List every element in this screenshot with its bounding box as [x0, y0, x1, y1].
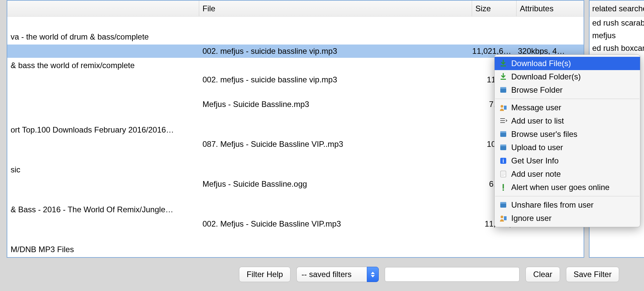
context-menu-item-label: Browse user's files — [511, 130, 577, 139]
context-menu-item-message-user[interactable]: Message user — [495, 101, 640, 114]
context-menu-item-label: Unshare files from user — [511, 200, 594, 210]
list-icon — [499, 117, 507, 125]
folder-icon — [499, 201, 507, 209]
context-menu-item-label: Alert when user goes online — [511, 183, 609, 192]
svg-rect-6 — [500, 118, 505, 119]
svg-rect-1 — [501, 79, 506, 80]
context-menu-item-ignore-user[interactable]: Ignore user — [495, 212, 640, 225]
clear-filter-button[interactable]: Clear — [525, 267, 560, 282]
related-search-item[interactable]: ed rush scarabs — [590, 17, 644, 29]
svg-rect-21 — [500, 203, 506, 208]
svg-point-4 — [501, 105, 503, 108]
svg-rect-7 — [500, 120, 505, 121]
context-menu-separator — [495, 196, 639, 196]
group-path-cell: ort Top.100 Downloads February 2016/2016… — [7, 125, 199, 135]
context-menu-item-label: Get User Info — [511, 156, 559, 165]
context-menu-item-browse-user-files[interactable]: Browse user's files — [495, 128, 640, 141]
context-menu-item-download-folders[interactable]: Download Folder(s) — [495, 70, 640, 83]
svg-rect-3 — [500, 87, 506, 89]
svg-rect-9 — [500, 132, 506, 137]
context-menu-item-label: Browse Folder — [511, 85, 563, 95]
context-menu-item-browse-folder[interactable]: Browse Folder — [495, 83, 640, 97]
group-path-cell: M/DNB MP3 Files — [7, 245, 199, 254]
context-menu-item-add-user-note[interactable]: Add user note — [495, 167, 640, 181]
svg-text:i: i — [503, 158, 504, 164]
svg-point-23 — [501, 216, 503, 218]
context-menu-item-label: Add user to list — [511, 116, 564, 126]
folder-icon — [499, 86, 507, 94]
download-icon — [499, 73, 507, 81]
context-menu: Download File(s)Download Folder(s)Browse… — [494, 54, 640, 227]
file-name-cell: 002. mefjus - suicide bassline vip.mp3 — [199, 47, 472, 56]
context-menu-item-add-user-to-list[interactable]: Add user to list — [495, 114, 640, 128]
context-menu-item-label: Upload to user — [511, 143, 563, 152]
column-header-attributes[interactable]: Attributes — [517, 1, 584, 16]
svg-rect-20 — [503, 189, 504, 191]
header-pad — [7, 1, 199, 16]
user-icon — [499, 104, 507, 112]
alert-icon — [499, 183, 507, 191]
context-menu-item-upload-to-user[interactable]: Upload to user — [495, 141, 640, 154]
user-icon — [499, 214, 507, 222]
saved-filters-label: -- saved filters — [296, 267, 367, 282]
file-name-cell: 002. Mefjus - Suicide Bassline VIP.mp3 — [199, 219, 472, 229]
results-header-row: File Size Attributes — [7, 1, 584, 17]
svg-rect-16 — [501, 173, 505, 173]
folder-icon — [499, 144, 507, 151]
related-search-item[interactable]: ed rush boxcar — [590, 42, 644, 54]
svg-rect-17 — [501, 174, 505, 174]
context-menu-item-download-files[interactable]: Download File(s) — [495, 57, 640, 70]
result-group-row[interactable]: M/DNB MP3 Files — [7, 242, 584, 257]
context-menu-item-unshare-files[interactable]: Unshare files from user — [495, 198, 640, 212]
note-icon — [499, 170, 507, 178]
svg-rect-22 — [500, 202, 506, 204]
related-searches-header[interactable]: related searches — [590, 1, 644, 17]
group-path-cell: & bass the world of remix/complete — [7, 61, 199, 70]
filter-help-button[interactable]: Filter Help — [239, 267, 290, 282]
filter-text-input[interactable] — [385, 267, 520, 282]
result-group-row[interactable]: va - the world of drum & bass/complete — [7, 29, 584, 45]
folder-icon — [499, 130, 507, 138]
svg-rect-11 — [500, 146, 506, 150]
context-menu-item-label: Download File(s) — [511, 59, 571, 68]
context-menu-separator — [495, 99, 639, 99]
svg-rect-8 — [500, 122, 505, 123]
file-name-cell: Mefjus - Suicide Bassline.ogg — [199, 179, 472, 189]
svg-rect-5 — [504, 106, 507, 110]
svg-rect-10 — [500, 131, 506, 133]
svg-rect-19 — [503, 184, 504, 189]
group-path-cell: va - the world of drum & bass/complete — [7, 32, 199, 42]
group-path-cell: sic — [7, 165, 199, 174]
save-filter-button[interactable]: Save Filter — [566, 267, 619, 282]
context-menu-item-label: Add user note — [511, 169, 561, 179]
svg-rect-0 — [501, 65, 506, 66]
info-icon: i — [499, 157, 507, 165]
context-menu-item-label: Message user — [511, 103, 561, 112]
download-icon — [499, 59, 507, 67]
file-name-cell: 002. mefjus - suicide bassline vip.mp3 — [199, 75, 472, 84]
context-menu-item-alert-user-online[interactable]: Alert when user goes online — [495, 181, 640, 194]
context-menu-item-label: Ignore user — [511, 214, 551, 223]
svg-rect-2 — [500, 88, 506, 93]
svg-rect-18 — [501, 175, 504, 176]
select-arrows-icon — [367, 267, 379, 282]
related-search-item[interactable]: mefjus — [590, 29, 644, 42]
group-path-cell: & Bass - 2016 - The World Of Remix/Jungl… — [7, 205, 199, 214]
context-menu-item-label: Download Folder(s) — [511, 72, 581, 81]
file-name-cell: 087. Mefjus - Suicide Bassline VIP..mp3 — [199, 140, 472, 149]
file-name-cell: Mefjus - Suicide Bassline.mp3 — [199, 100, 472, 109]
saved-filters-select[interactable]: -- saved filters — [296, 267, 379, 282]
svg-rect-24 — [504, 216, 507, 220]
column-header-file[interactable]: File — [199, 1, 472, 16]
column-header-size[interactable]: Size — [472, 1, 517, 16]
context-menu-item-get-user-info[interactable]: iGet User Info — [495, 154, 640, 167]
filter-toolbar: Filter Help -- saved filters Clear Save … — [7, 262, 644, 286]
svg-rect-12 — [500, 145, 506, 146]
